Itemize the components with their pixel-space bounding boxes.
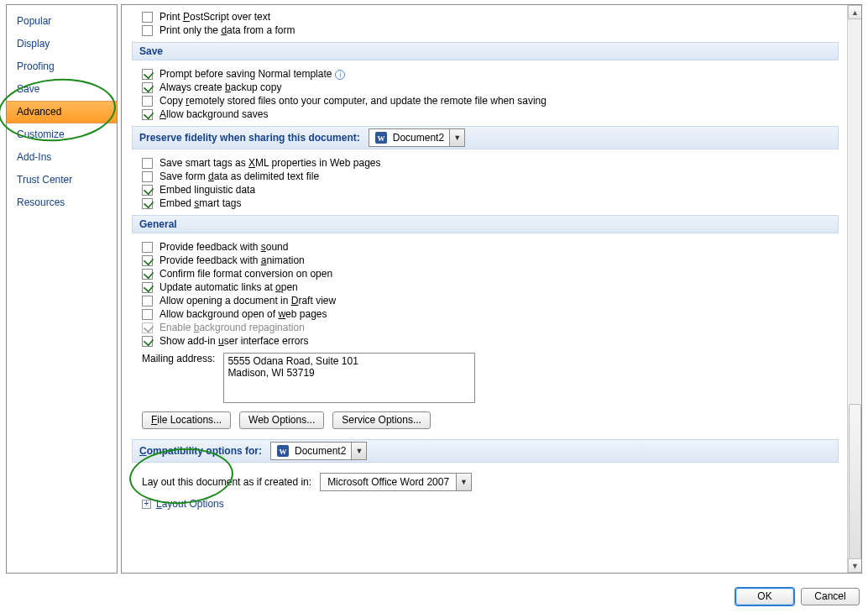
sidebar-item-trust-center[interactable]: Trust Center: [7, 169, 117, 191]
checkbox-icon[interactable]: [142, 198, 153, 209]
option-label: Save form data as delimited text file: [159, 170, 319, 182]
section-general: General: [132, 215, 839, 233]
option-label: Confirm file format conversion on open: [159, 268, 332, 280]
option-label: Print PostScript over text: [159, 11, 270, 23]
word-doc-icon: W: [374, 131, 388, 144]
checkbox-icon[interactable]: [142, 255, 153, 266]
option-label: Allow background saves: [159, 108, 268, 120]
opt-feedback-anim[interactable]: Provide feedback with animation: [142, 254, 839, 267]
opt-open-draft[interactable]: Allow opening a document in Draft view: [142, 294, 839, 307]
option-label: Embed smart tags: [159, 197, 241, 209]
checkbox-icon[interactable]: [142, 82, 153, 93]
opt-confirm-conv[interactable]: Confirm file format conversion on open: [142, 267, 839, 280]
opt-print-form-data[interactable]: Print only the data from a form: [142, 24, 839, 37]
sidebar-item-customize[interactable]: Customize: [7, 123, 117, 146]
opt-update-links[interactable]: Update automatic links at open: [142, 280, 839, 294]
general-buttons: File Locations... Web Options... Service…: [142, 411, 839, 429]
opt-feedback-sound[interactable]: Provide feedback with sound: [142, 240, 839, 254]
compat-doc-select[interactable]: W Document2 ▼: [270, 442, 367, 460]
mailing-address-label: Mailing address:: [142, 353, 215, 364]
service-options-button[interactable]: Service Options...: [332, 411, 431, 429]
preserve-doc-select[interactable]: W Document2 ▼: [369, 128, 465, 147]
opt-copy-remote[interactable]: Copy remotely stored files onto your com…: [142, 94, 839, 107]
checkbox-icon[interactable]: [142, 96, 153, 107]
sidebar-item-addins[interactable]: Add-Ins: [7, 146, 117, 169]
opt-bg-repagination: Enable background repagination: [142, 321, 839, 334]
chevron-down-icon[interactable]: ▼: [456, 474, 471, 490]
scroll-thumb[interactable]: [849, 404, 861, 572]
layout-options-expander[interactable]: + Layout Options: [142, 498, 839, 510]
mailing-address-textarea[interactable]: 5555 Odana Road, Suite 101 Madison, WI 5…: [223, 353, 475, 403]
opt-bg-saves[interactable]: Allow background saves: [142, 107, 839, 121]
opt-addin-ui-errors[interactable]: Show add-in user interface errors: [142, 334, 839, 348]
option-label: Prompt before saving Normal templatei: [159, 68, 345, 80]
checkbox-icon[interactable]: [142, 158, 153, 169]
checkbox-icon[interactable]: [142, 336, 153, 347]
scroll-up-button[interactable]: ▲: [848, 5, 862, 19]
checkbox-icon[interactable]: [142, 242, 153, 253]
option-label: Print only the data from a form: [159, 24, 295, 36]
section-compat: Compatibility options for: W Document2 ▼: [132, 439, 839, 463]
dialog-footer: OK Cancel: [0, 579, 868, 613]
selected-doc: Document2: [295, 445, 346, 457]
option-label: Update automatic links at open: [159, 281, 298, 293]
option-label: Enable background repagination: [159, 322, 305, 333]
scroll-content: Print PostScript over text Print only th…: [122, 5, 847, 573]
opt-bg-open-web[interactable]: Allow background open of web pages: [142, 307, 839, 321]
chevron-down-icon[interactable]: ▼: [449, 129, 464, 146]
option-label: Always create backup copy: [159, 81, 281, 93]
checkbox-icon[interactable]: [142, 309, 153, 320]
opt-embed-linguistic[interactable]: Embed linguistic data: [142, 183, 839, 196]
options-sidebar: Popular Display Proofing Save Advanced C…: [6, 4, 118, 574]
svg-text:W: W: [280, 448, 287, 456]
section-title: Compatibility options for:: [139, 445, 262, 457]
sidebar-item-display[interactable]: Display: [7, 33, 117, 55]
svg-text:W: W: [377, 134, 384, 143]
sidebar-item-resources[interactable]: Resources: [7, 191, 117, 214]
content-area: Popular Display Proofing Save Advanced C…: [0, 0, 868, 579]
checkbox-icon[interactable]: [142, 282, 153, 293]
word-doc-icon: W: [276, 444, 290, 458]
mailing-address-row: Mailing address: 5555 Odana Road, Suite …: [142, 353, 839, 403]
layout-as-select[interactable]: Microsoft Office Word 2007 ▼: [320, 473, 472, 491]
checkbox-icon: [142, 322, 153, 333]
opt-embed-smart-tags[interactable]: Embed smart tags: [142, 196, 839, 210]
info-icon[interactable]: i: [335, 70, 345, 80]
scroll-down-button[interactable]: ▼: [848, 558, 862, 573]
layout-as-row: Lay out this document as if created in: …: [142, 473, 839, 491]
checkbox-icon[interactable]: [142, 296, 153, 306]
ok-button[interactable]: OK: [735, 588, 794, 605]
section-save: Save: [132, 42, 839, 60]
checkbox-icon[interactable]: [142, 109, 153, 120]
opt-smarttags-xml[interactable]: Save smart tags as XML properties in Web…: [142, 156, 839, 170]
layout-as-label: Lay out this document as if created in:: [142, 476, 311, 488]
plus-icon[interactable]: +: [142, 500, 151, 509]
web-options-button[interactable]: Web Options...: [239, 411, 324, 429]
option-label: Allow background open of web pages: [159, 308, 327, 320]
selected-doc: Document2: [393, 132, 444, 144]
layout-as-value: Microsoft Office Word 2007: [321, 474, 456, 490]
chevron-down-icon[interactable]: ▼: [351, 443, 366, 459]
opt-print-postscript[interactable]: Print PostScript over text: [142, 10, 839, 24]
sidebar-item-proofing[interactable]: Proofing: [7, 55, 117, 78]
checkbox-icon[interactable]: [142, 69, 153, 80]
checkbox-icon[interactable]: [142, 185, 153, 196]
checkbox-icon[interactable]: [142, 25, 153, 36]
opt-prompt-normal[interactable]: Prompt before saving Normal templatei: [142, 67, 839, 81]
advanced-panel: Print PostScript over text Print only th…: [121, 4, 862, 574]
option-label: Save smart tags as XML properties in Web…: [159, 157, 380, 169]
option-label: Provide feedback with sound: [159, 241, 288, 253]
opt-backup-copy[interactable]: Always create backup copy: [142, 81, 839, 94]
checkbox-icon[interactable]: [142, 171, 153, 182]
vertical-scrollbar[interactable]: ▲ ▼: [847, 5, 861, 573]
option-label: Allow opening a document in Draft view: [159, 295, 336, 306]
file-locations-button[interactable]: File Locations...: [142, 411, 231, 429]
sidebar-item-advanced[interactable]: Advanced: [7, 101, 117, 123]
checkbox-icon[interactable]: [142, 269, 153, 280]
sidebar-item-save[interactable]: Save: [7, 78, 117, 101]
sidebar-item-popular[interactable]: Popular: [7, 10, 117, 33]
checkbox-icon[interactable]: [142, 12, 153, 23]
cancel-button[interactable]: Cancel: [801, 588, 860, 605]
opt-form-data-delim[interactable]: Save form data as delimited text file: [142, 170, 839, 183]
option-label: Copy remotely stored files onto your com…: [159, 95, 546, 107]
